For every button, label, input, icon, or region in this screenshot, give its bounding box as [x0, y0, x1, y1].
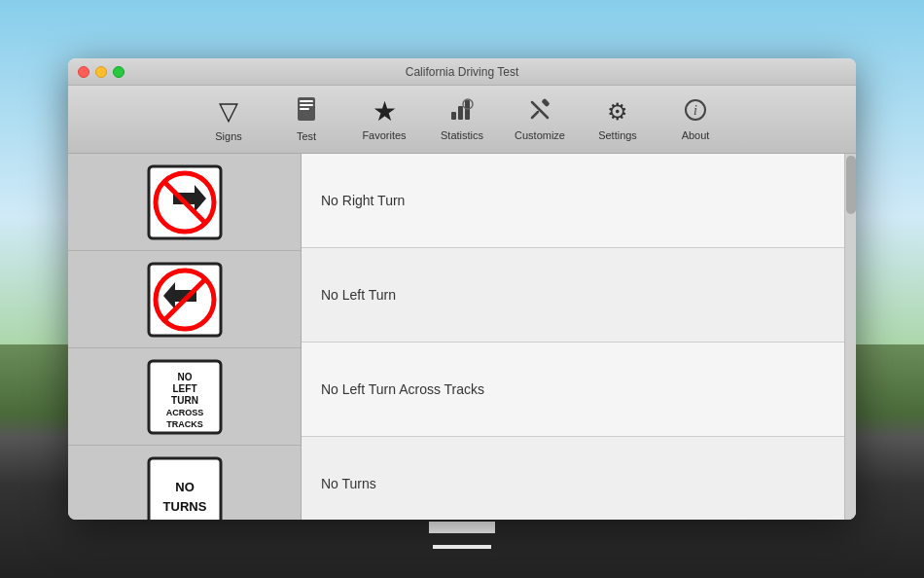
window-title: California Driving Test: [406, 65, 519, 79]
list-item-no-left-turn-tracks[interactable]: No Left Turn Across Tracks: [302, 343, 844, 437]
svg-rect-4: [451, 112, 456, 120]
svg-text:ACROSS: ACROSS: [165, 408, 203, 417]
list-item-no-right-turn[interactable]: No Right Turn: [302, 154, 844, 248]
tab-statistics[interactable]: Statistics: [423, 88, 501, 151]
about-label: About: [682, 129, 710, 141]
traffic-lights: [78, 66, 124, 78]
tab-favorites[interactable]: ★ Favorites: [345, 88, 423, 151]
sign-no-left-turn-tracks[interactable]: NO LEFT TURN ACROSS TRACKS: [68, 348, 301, 446]
signs-label: Signs: [215, 130, 242, 142]
svg-text:TURNS: TURNS: [162, 499, 206, 514]
minimize-button[interactable]: [95, 66, 107, 78]
svg-text:NO: NO: [177, 372, 192, 382]
list-item-text: No Left Turn Across Tracks: [321, 381, 484, 397]
signs-list[interactable]: No Right Turn No Left Turn No Left Turn …: [302, 154, 844, 520]
title-bar: California Driving Test: [68, 58, 856, 86]
svg-rect-2: [300, 104, 313, 106]
scrollbar[interactable]: [844, 154, 856, 520]
list-item-text: No Left Turn: [321, 287, 396, 303]
test-icon: [296, 97, 317, 126]
settings-icon: ⚙: [607, 98, 628, 126]
favorites-icon: ★: [373, 98, 397, 126]
svg-rect-6: [465, 100, 470, 120]
svg-text:TURN: TURN: [171, 395, 198, 406]
maximize-button[interactable]: [113, 66, 124, 78]
list-item-no-left-turn[interactable]: No Left Turn: [302, 248, 844, 343]
sign-no-turns[interactable]: NO TURNS: [68, 446, 301, 520]
svg-text:i: i: [693, 103, 697, 118]
test-label: Test: [297, 130, 316, 142]
customize-label: Customize: [515, 129, 565, 141]
svg-rect-3: [300, 108, 309, 110]
svg-text:LEFT: LEFT: [172, 383, 196, 394]
signs-sidebar[interactable]: NO LEFT TURN ACROSS TRACKS NO TURNS: [68, 154, 302, 520]
content-area: NO LEFT TURN ACROSS TRACKS NO TURNS: [68, 154, 856, 520]
settings-label: Settings: [598, 129, 637, 141]
sign-no-right-turn[interactable]: [68, 154, 301, 251]
toolbar: ▽ Signs Test ★ Favorites: [68, 86, 856, 154]
list-item-text: No Turns: [321, 476, 376, 491]
statistics-icon: [450, 98, 474, 126]
svg-line-9: [532, 112, 538, 118]
list-item-no-turns[interactable]: No Turns: [302, 437, 844, 520]
tab-test[interactable]: Test: [267, 88, 345, 151]
signs-icon: ▽: [219, 96, 238, 126]
about-icon: i: [684, 98, 707, 126]
list-item-text: No Right Turn: [321, 193, 405, 208]
customize-icon: [528, 98, 551, 126]
close-button[interactable]: [78, 66, 89, 78]
statistics-label: Statistics: [441, 129, 483, 141]
svg-rect-10: [541, 98, 550, 107]
tab-customize[interactable]: Customize: [501, 88, 579, 151]
tab-about[interactable]: i About: [657, 88, 734, 151]
svg-text:TRACKS: TRACKS: [166, 419, 203, 429]
favorites-label: Favorites: [362, 129, 406, 141]
svg-rect-1: [300, 100, 313, 102]
svg-text:NO: NO: [175, 480, 195, 494]
app-window: California Driving Test ▽ Signs Test ★ F…: [68, 58, 856, 520]
tab-signs[interactable]: ▽ Signs: [190, 88, 267, 151]
sign-no-left-turn[interactable]: [68, 251, 301, 348]
svg-rect-5: [458, 106, 463, 120]
tab-settings[interactable]: ⚙ Settings: [579, 88, 657, 151]
